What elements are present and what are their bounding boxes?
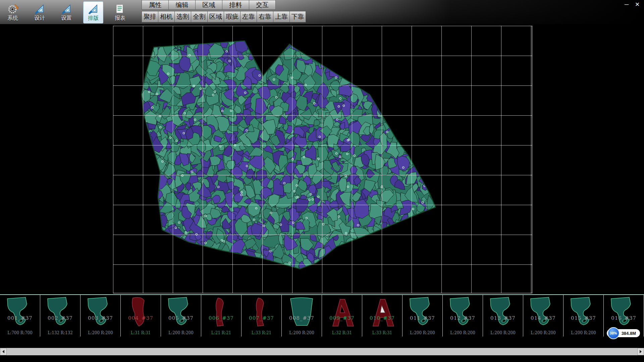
tool-button-7[interactable]: 左靠 — [240, 11, 257, 22]
piece-shape-icon — [164, 295, 198, 330]
piece-thumbnail-13[interactable]: 013_#37L:200 R:200 — [483, 295, 523, 337]
piece-shape-icon — [3, 295, 37, 330]
app-tab-2[interactable]: 设计 — [30, 1, 50, 23]
gear-icon — [7, 3, 18, 14]
piece-lr-count: L:200 R:200 — [80, 330, 120, 335]
piece-shape-icon — [567, 295, 600, 330]
piece-name: 013_#37 — [483, 315, 523, 321]
tool-button-8[interactable]: 右靠 — [257, 11, 273, 22]
progress-circle: 38% — [607, 327, 620, 339]
app-tab-label: 报表 — [115, 15, 125, 22]
piece-name: 008_#37 — [282, 315, 322, 321]
piece-lr-count: L:32 R:31 — [322, 330, 362, 335]
piece-shape-icon — [124, 295, 158, 330]
piece-thumbnail-10[interactable]: 010_#37L:33 R:31 — [362, 295, 402, 337]
menu-tab-2[interactable]: 编辑 — [168, 0, 195, 10]
piece-lr-count: L:200 R:200 — [443, 330, 483, 335]
piece-lr-count: L:200 R:200 — [282, 330, 322, 335]
horizontal-scrollbar[interactable] — [0, 348, 644, 355]
menu-tab-3[interactable]: 区域 — [195, 0, 222, 10]
piece-lr-count: L:200 R:200 — [564, 330, 603, 335]
set-square-icon — [88, 3, 99, 14]
piece-thumbnail-1[interactable]: 001_#37L:700 R:700 — [0, 295, 40, 337]
piece-thumbnail-2[interactable]: 002_#37L:132 R:132 — [40, 295, 80, 337]
piece-lr-count: L:33 R:21 — [241, 330, 281, 335]
piece-name: 015_#37 — [564, 315, 603, 321]
piece-shape-icon — [245, 295, 278, 330]
leather-hide-canvas[interactable] — [0, 24, 644, 294]
piece-name: 010_#37 — [362, 315, 402, 321]
menu-tab-1[interactable]: 属性 — [142, 0, 168, 10]
piece-lr-count: L:200 R:200 — [483, 330, 523, 335]
piece-shape-icon — [84, 295, 117, 330]
piece-thumbnail-5[interactable]: 005_#37L:200 R:200 — [161, 295, 201, 337]
piece-thumbnail-6[interactable]: 006_#37L:21 R:21 — [201, 295, 241, 337]
tool-button-6[interactable]: 瑕疵 — [224, 11, 240, 22]
piece-shape-icon — [406, 295, 439, 330]
tool-button-10[interactable]: 下靠 — [289, 11, 306, 22]
piece-thumbnail-14[interactable]: 014_#37L:200 R:200 — [523, 295, 564, 337]
piece-thumbnail-3[interactable]: 003_#37L:200 R:200 — [80, 295, 121, 337]
piece-thumbnail-4[interactable]: 004_#37L:31 R:31 — [121, 295, 161, 337]
piece-thumbnail-9[interactable]: 009_#37L:32 R:31 — [322, 295, 362, 337]
scroll-right-button[interactable] — [637, 348, 644, 355]
menu-tab-5[interactable]: 交互 — [249, 0, 276, 10]
set-square-icon — [61, 3, 72, 14]
piece-name: 005_#37 — [161, 315, 201, 321]
close-button[interactable]: ✕ — [633, 1, 642, 9]
scroll-left-icon — [2, 350, 4, 353]
tool-button-4[interactable]: 全割 — [191, 11, 207, 22]
piece-shape-icon — [325, 295, 359, 330]
piece-lr-count: L:200 R:200 — [161, 330, 201, 335]
piece-name: 006_#37 — [201, 315, 241, 321]
tool-button-3[interactable]: 选割 — [174, 11, 191, 22]
tool-button-5[interactable]: 区域 — [207, 11, 224, 22]
piece-name: 003_#37 — [80, 315, 120, 321]
app-tab-bar: 系统设计设置排版报表 — [3, 1, 130, 24]
piece-name: 002_#37 — [40, 315, 80, 321]
window-controls: ─ ✕ — [622, 1, 642, 9]
tool-button-2[interactable]: 相机 — [158, 11, 174, 22]
piece-shape-icon — [446, 295, 480, 330]
piece-name: 014_#37 — [523, 315, 563, 321]
piece-thumbnail-8[interactable]: 008_#37L:200 R:200 — [282, 295, 322, 337]
piece-shape-icon — [205, 295, 238, 330]
piece-lr-count: L:700 R:700 — [0, 330, 40, 335]
app-tab-label: 系统 — [7, 15, 18, 22]
tool-button-9[interactable]: 上靠 — [273, 11, 289, 22]
piece-thumbnail-11[interactable]: 011_#37L:200 R:200 — [402, 295, 443, 337]
memory-value: 384.8M — [622, 331, 636, 336]
memory-pill: 38% 384.8M — [607, 329, 640, 337]
tool-button-1[interactable]: 聚排 — [142, 11, 158, 22]
piece-lr-count: L:21 R:21 — [201, 330, 241, 335]
application-window: 系统设计设置排版报表 属性编辑区域排料交互 聚排相机选割全割区域瑕疵左靠右靠上靠… — [0, 0, 644, 362]
piece-lr-count: L:200 R:200 — [523, 330, 563, 335]
app-tab-1[interactable]: 系统 — [3, 1, 23, 23]
app-tab-label: 排版 — [88, 15, 99, 22]
thumbnail-strip[interactable]: 001_#37L:700 R:700002_#37L:132 R:132003_… — [0, 294, 644, 337]
scroll-left-button[interactable] — [0, 348, 7, 355]
piece-name: 016_#37 — [604, 315, 644, 321]
piece-lr-count: L:132 R:132 — [40, 330, 80, 335]
scrollbar-track[interactable] — [7, 348, 637, 355]
piece-shape-icon — [366, 295, 399, 330]
piece-thumbnail-12[interactable]: 012_#37L:200 R:200 — [443, 295, 483, 337]
app-tab-3[interactable]: 设置 — [56, 1, 76, 23]
piece-shape-icon — [486, 295, 520, 330]
piece-shape-icon — [527, 295, 560, 330]
app-tab-label: 设置 — [61, 15, 72, 22]
nesting-canvas[interactable] — [0, 24, 644, 294]
piece-name: 009_#37 — [322, 315, 362, 321]
app-tab-4[interactable]: 排版 — [83, 1, 103, 23]
set-square-icon — [34, 3, 45, 14]
menu-tab-4[interactable]: 排料 — [222, 0, 249, 10]
piece-name: 012_#37 — [443, 315, 483, 321]
menu-tab-row: 属性编辑区域排料交互 — [142, 0, 306, 10]
piece-thumbnail-15[interactable]: 015_#37L:200 R:200 — [564, 295, 604, 337]
piece-thumbnail-7[interactable]: 007_#37L:33 R:21 — [241, 295, 282, 337]
menu-area: 属性编辑区域排料交互 聚排相机选割全割区域瑕疵左靠右靠上靠下靠 — [142, 0, 306, 23]
app-tab-5[interactable]: 报表 — [110, 1, 130, 23]
piece-name: 011_#37 — [402, 315, 442, 321]
minimize-button[interactable]: ─ — [622, 1, 631, 9]
piece-name: 001_#37 — [0, 315, 40, 321]
